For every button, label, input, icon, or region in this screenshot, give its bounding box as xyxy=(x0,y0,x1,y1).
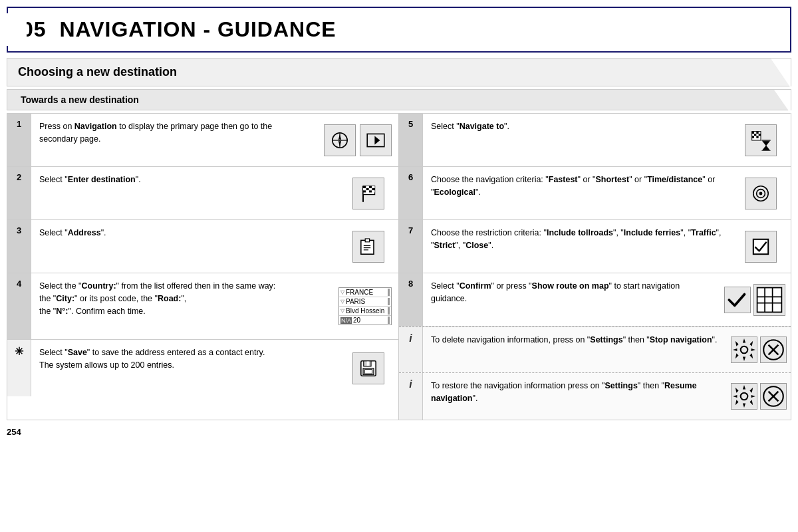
sub-heading: Towards a new destination xyxy=(21,94,139,105)
step-save: ✳ Select "Save" to save the address ente… xyxy=(7,340,398,396)
stop-nav-icon-2 xyxy=(760,383,787,410)
step-save-icons xyxy=(338,340,398,396)
svg-marker-6 xyxy=(374,136,380,144)
settings-gear-icon-1 xyxy=(731,336,757,363)
section-heading: Choosing a new destination xyxy=(18,65,177,78)
step-num-1: 1 xyxy=(7,114,31,166)
svg-point-53 xyxy=(741,393,748,400)
step-2-icons xyxy=(338,167,398,219)
right-column: 5 Select "Navigate to". xyxy=(399,114,791,420)
checkbox-check-icon xyxy=(745,231,777,263)
svg-rect-9 xyxy=(363,186,366,188)
svg-rect-12 xyxy=(372,188,374,190)
step-save-text: Select "Save" to save the address entere… xyxy=(31,340,338,396)
step-7-icons xyxy=(731,220,791,273)
svg-rect-11 xyxy=(366,188,368,190)
svg-point-49 xyxy=(741,346,748,354)
step-8-icons xyxy=(719,273,791,326)
confirm-check-icon xyxy=(724,287,751,313)
step-num-3: 3 xyxy=(7,220,31,273)
step-num-7: 7 xyxy=(399,220,423,273)
step-2-text: Select "Enter destination". xyxy=(31,167,338,219)
svg-rect-33 xyxy=(756,131,758,133)
info-2-icons xyxy=(727,373,791,420)
svg-rect-34 xyxy=(754,134,756,136)
svg-rect-13 xyxy=(363,190,366,192)
step-6-icons xyxy=(731,167,791,219)
info-1-icons xyxy=(727,327,791,372)
address-icon xyxy=(352,231,384,263)
svg-rect-16 xyxy=(372,186,374,188)
navigate-to-icon xyxy=(745,124,777,156)
chapter-title: 05 NAVIGATION - GUIDANCE xyxy=(21,17,336,41)
page-header: 05 NAVIGATION - GUIDANCE xyxy=(7,7,791,53)
step-8: 8 Select "Confirm" or press "Show route … xyxy=(399,273,791,327)
svg-rect-20 xyxy=(372,190,374,192)
step-4: 4 Select the "Country:" from the list of… xyxy=(7,273,398,340)
section-heading-wrapper: Choosing a new destination xyxy=(7,58,791,86)
map-icon xyxy=(753,284,785,316)
step-num-star: ✳ xyxy=(7,340,31,396)
step-6-text: Choose the navigation criteria: "Fastest… xyxy=(423,167,731,219)
svg-rect-32 xyxy=(752,131,754,133)
info-1-text: To delete navigation information, press … xyxy=(423,327,727,372)
info-row-2: i To restore the navigation information … xyxy=(399,373,791,420)
circle-target-icon xyxy=(745,178,777,209)
stop-nav-icon-1 xyxy=(760,336,787,363)
step-4-icons: ▽ FRANCE ▽ PARIS ▽ Blvd Hossein xyxy=(332,273,398,339)
step-3-icons xyxy=(338,220,398,273)
page-number: 254 xyxy=(0,423,798,441)
svg-rect-37 xyxy=(756,136,758,138)
step-8-text: Select "Confirm" or press "Show route on… xyxy=(423,273,719,326)
sub-heading-wrapper: Towards a new destination xyxy=(7,89,791,110)
svg-rect-35 xyxy=(759,134,761,136)
info-2-text: To restore the navigation information pr… xyxy=(423,373,727,420)
svg-rect-10 xyxy=(369,186,372,188)
step-num-info-2: i xyxy=(399,373,423,420)
svg-rect-29 xyxy=(364,369,372,373)
arrow-right-icon xyxy=(360,124,392,156)
flag-icon xyxy=(352,178,384,209)
step-3: 3 Select "Address". xyxy=(7,220,398,273)
step-2: 2 Select "Enter destination". xyxy=(7,167,398,220)
step-6: 6 Choose the navigation criteria: "Faste… xyxy=(399,167,791,220)
step-num-6: 6 xyxy=(399,167,423,219)
svg-rect-17 xyxy=(363,188,366,190)
step-7-text: Choose the restriction criteria: "Includ… xyxy=(423,220,731,273)
svg-rect-30 xyxy=(367,361,369,365)
step-num-8: 8 xyxy=(399,273,423,326)
content-area: 1 Press on Navigation to display the pri… xyxy=(7,113,791,420)
step-num-info-1: i xyxy=(399,327,423,372)
save-icon xyxy=(352,352,384,384)
step-num-4: 4 xyxy=(7,273,31,339)
step-num-5: 5 xyxy=(399,114,423,166)
info-row-1: i To delete navigation information, pres… xyxy=(399,327,791,373)
step-5-text: Select "Navigate to". xyxy=(423,114,731,166)
svg-rect-19 xyxy=(366,190,368,192)
svg-rect-22 xyxy=(365,239,369,242)
svg-rect-36 xyxy=(752,136,754,138)
step-1-icons xyxy=(317,114,398,166)
step-3-text: Select "Address". xyxy=(31,220,338,273)
left-column: 1 Press on Navigation to display the pri… xyxy=(7,114,399,420)
step-num-2: 2 xyxy=(7,167,31,219)
step-5-icons xyxy=(731,114,791,166)
svg-point-42 xyxy=(759,192,763,195)
settings-gear-icon-2 xyxy=(731,383,757,410)
step-5: 5 Select "Navigate to". xyxy=(399,114,791,167)
svg-rect-44 xyxy=(757,287,782,312)
svg-rect-18 xyxy=(369,188,372,190)
svg-rect-21 xyxy=(361,240,374,254)
step-1-text: Press on Navigation to display the prima… xyxy=(31,114,317,166)
step-1: 1 Press on Navigation to display the pri… xyxy=(7,114,398,167)
step-4-text: Select the "Country:" from the list offe… xyxy=(31,273,332,339)
step-7: 7 Choose the restriction criteria: "Incl… xyxy=(399,220,791,273)
svg-rect-14 xyxy=(369,190,372,192)
navigation-icon xyxy=(324,124,356,156)
address-list-mockup: ▽ FRANCE ▽ PARIS ▽ Blvd Hossein xyxy=(338,287,392,325)
svg-rect-15 xyxy=(366,186,368,188)
